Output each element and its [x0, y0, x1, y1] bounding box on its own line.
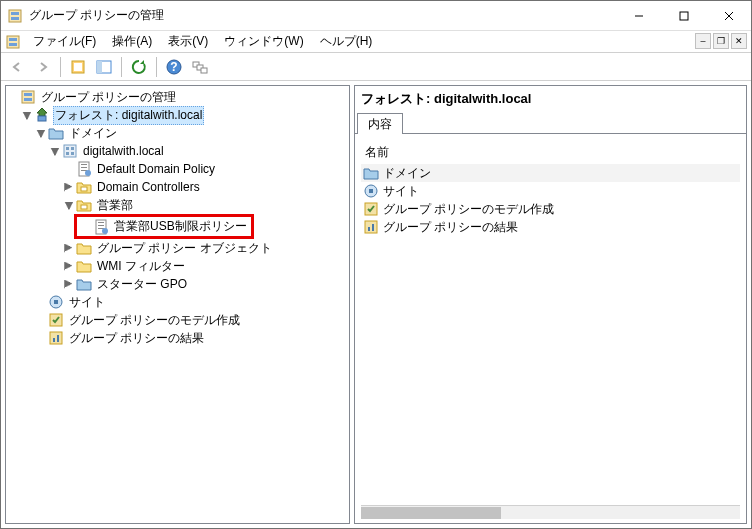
toolbar-sep-2 [121, 57, 122, 77]
tree-gpo-label: グループ ポリシー オブジェクト [95, 240, 274, 257]
twisty-domains[interactable]: ⯆ [34, 126, 48, 140]
scroll-thumb[interactable] [361, 507, 501, 519]
window: グループ ポリシーの管理 ファイル(F) 操作(A) 表示(V) ウィンドウ(W… [0, 0, 752, 529]
tree-sites[interactable]: サイト [6, 293, 349, 311]
mdi-restore-button[interactable]: ❐ [713, 33, 729, 49]
list-item-modeling[interactable]: グループ ポリシーのモデル作成 [361, 200, 740, 218]
menu-view[interactable]: 表示(V) [160, 31, 216, 52]
window-title: グループ ポリシーの管理 [29, 7, 616, 24]
close-button[interactable] [706, 1, 751, 30]
tree-pane[interactable]: グループ ポリシーの管理 ⯆ フォレスト: digitalwith.local … [5, 85, 350, 524]
tree-gp-modeling[interactable]: グループ ポリシーのモデル作成 [6, 311, 349, 329]
tree-wmi-label: WMI フィルター [95, 258, 187, 275]
content-area: グループ ポリシーの管理 ⯆ フォレスト: digitalwith.local … [1, 81, 751, 528]
back-button[interactable] [5, 56, 29, 78]
list-label: グループ ポリシーの結果 [383, 219, 518, 236]
twisty-dc[interactable]: ⯈ [62, 180, 76, 194]
tree-wmi-filters[interactable]: ⯈ WMI フィルター [6, 257, 349, 275]
policy-icon [76, 161, 92, 177]
tree-domain-controllers[interactable]: ⯈ Domain Controllers [6, 178, 349, 196]
list-item-results[interactable]: グループ ポリシーの結果 [361, 218, 740, 236]
menubar: ファイル(F) 操作(A) 表示(V) ウィンドウ(W) ヘルプ(H) – ❐ … [1, 31, 751, 53]
modeling-icon [48, 312, 64, 328]
tree-root-label: グループ ポリシーの管理 [39, 89, 178, 106]
folder-icon [363, 165, 379, 181]
forward-button[interactable] [31, 56, 55, 78]
tree-sales-label: 営業部 [95, 197, 135, 214]
window-controls [616, 1, 751, 30]
tree-gp-results[interactable]: グループ ポリシーの結果 [6, 329, 349, 347]
tree-forest-label: フォレスト: digitalwith.local [53, 106, 204, 125]
mdi-minimize-button[interactable]: – [695, 33, 711, 49]
highlighted-node: 営業部USB制限ポリシー [74, 214, 254, 239]
policy-icon [93, 219, 109, 235]
list-item-sites[interactable]: サイト [361, 182, 740, 200]
tree-sites-label: サイト [67, 294, 107, 311]
tree-domain[interactable]: ⯆ digitalwith.local [6, 142, 349, 160]
twisty-forest[interactable]: ⯆ [20, 108, 34, 122]
svg-rect-34 [680, 12, 688, 20]
tree-default-policy-label: Default Domain Policy [95, 162, 217, 176]
tree-sales-usb-policy-label[interactable]: 営業部USB制限ポリシー [112, 218, 249, 235]
tree-forest[interactable]: ⯆ フォレスト: digitalwith.local [6, 106, 349, 124]
tree-domains-label: ドメイン [67, 125, 119, 142]
list-label: グループ ポリシーのモデル作成 [383, 201, 554, 218]
ou-icon [76, 197, 92, 213]
app-icon [7, 8, 23, 24]
toolbar-sep-3 [156, 57, 157, 77]
mdi-controls: – ❐ ✕ [695, 33, 747, 49]
horizontal-scrollbar[interactable] [361, 505, 740, 519]
domain-icon [62, 143, 78, 159]
tree-dc-label: Domain Controllers [95, 180, 202, 194]
twisty-wmi[interactable]: ⯈ [62, 259, 76, 273]
show-hide-button[interactable] [66, 56, 90, 78]
tree-modeling-label: グループ ポリシーのモデル作成 [67, 312, 242, 329]
menu-help[interactable]: ヘルプ(H) [312, 31, 381, 52]
tree-sales-ou[interactable]: ⯆ 営業部 [6, 196, 349, 214]
mdi-close-button[interactable]: ✕ [731, 33, 747, 49]
forest-icon [34, 107, 50, 123]
folder-icon [76, 276, 92, 292]
twisty-starter[interactable]: ⯈ [62, 277, 76, 291]
panel-layout-button[interactable] [92, 56, 116, 78]
twisty-gpo[interactable]: ⯈ [62, 241, 76, 255]
ou-icon [76, 179, 92, 195]
site-icon [48, 294, 64, 310]
toolbar [1, 53, 751, 81]
twisty-domain[interactable]: ⯆ [48, 144, 62, 158]
help-button[interactable] [162, 56, 186, 78]
window-list-button[interactable] [188, 56, 212, 78]
details-header: フォレスト: digitalwith.local [355, 86, 746, 112]
maximize-button[interactable] [661, 1, 706, 30]
menu-window[interactable]: ウィンドウ(W) [216, 31, 311, 52]
folder-icon [76, 240, 92, 256]
refresh-button[interactable] [127, 56, 151, 78]
tree-domains[interactable]: ⯆ ドメイン [6, 124, 349, 142]
site-icon [363, 183, 379, 199]
tree-default-policy[interactable]: Default Domain Policy [6, 160, 349, 178]
twisty-sales[interactable]: ⯆ [62, 198, 76, 212]
details-body: 名前 ドメイン サイト グループ ポリシーのモデル作成 グループ ポリシーの結果 [355, 134, 746, 505]
list-item-domains[interactable]: ドメイン [361, 164, 740, 182]
tree-starter-gpo[interactable]: ⯈ スターター GPO [6, 275, 349, 293]
list-label: サイト [383, 183, 419, 200]
tree-results-label: グループ ポリシーの結果 [67, 330, 206, 347]
modeling-icon [363, 201, 379, 217]
results-icon [48, 330, 64, 346]
minimize-button[interactable] [616, 1, 661, 30]
tree-root[interactable]: グループ ポリシーの管理 [6, 88, 349, 106]
menu-file[interactable]: ファイル(F) [25, 31, 104, 52]
folder-icon [48, 125, 64, 141]
details-pane: フォレスト: digitalwith.local 内容 名前 ドメイン サイト … [354, 85, 747, 524]
list-label: ドメイン [383, 165, 431, 182]
folder-icon [76, 258, 92, 274]
column-name[interactable]: 名前 [361, 142, 740, 164]
tree-gpo-objects[interactable]: ⯈ グループ ポリシー オブジェクト [6, 239, 349, 257]
menu-action[interactable]: 操作(A) [104, 31, 160, 52]
console-tree: グループ ポリシーの管理 ⯆ フォレスト: digitalwith.local … [6, 88, 349, 347]
tabstrip: 内容 [355, 112, 746, 134]
results-icon [363, 219, 379, 235]
tab-contents[interactable]: 内容 [357, 113, 403, 134]
menubar-icon [5, 34, 21, 50]
tree-domain-label: digitalwith.local [81, 144, 166, 158]
